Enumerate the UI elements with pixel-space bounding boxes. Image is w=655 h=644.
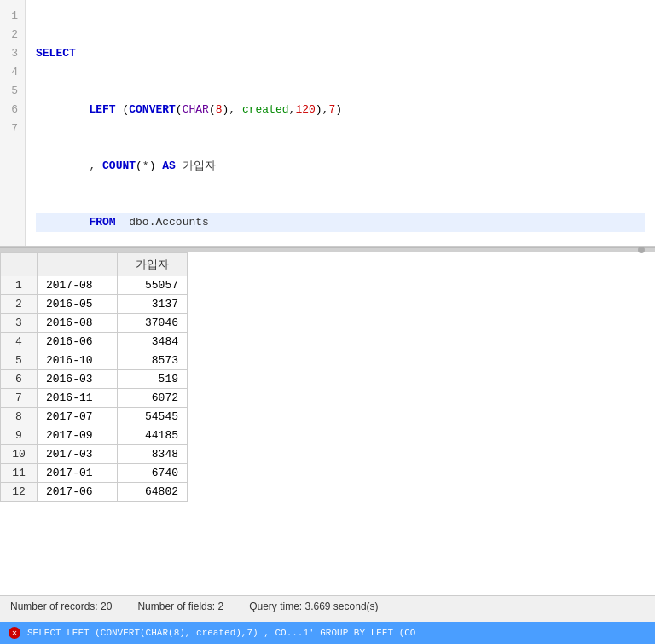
time-label: Query time: 3.669 second(s) xyxy=(249,600,378,612)
row-count: 54545 xyxy=(117,408,187,426)
row-index: 7 xyxy=(1,389,38,408)
row-count: 8573 xyxy=(117,351,187,370)
row-count: 3137 xyxy=(117,295,187,314)
row-count: 3484 xyxy=(117,333,187,351)
time-label-text: Query time: xyxy=(249,600,302,612)
table-row: 42016-063484 xyxy=(1,333,188,351)
table-row: 122017-0664802 xyxy=(1,483,188,502)
table-header-row: 가입자 xyxy=(1,253,188,276)
line-num-6: 6 xyxy=(0,101,25,119)
table-row: 12017-0855057 xyxy=(1,276,188,295)
line-num-1: 1 xyxy=(0,7,25,26)
row-count: 6740 xyxy=(117,464,187,483)
row-index: 3 xyxy=(1,314,38,333)
sql-editor[interactable]: 1 2 3 4 5 6 7 SELECT LEFT (CONVERT(CHAR(… xyxy=(0,0,655,247)
line-num-4: 4 xyxy=(0,63,25,82)
col-header-count: 가입자 xyxy=(117,253,187,276)
table-row: 92017-0944185 xyxy=(1,426,188,445)
col-header-index xyxy=(1,253,38,276)
table-row: 72016-116072 xyxy=(1,389,188,408)
row-date: 2017-07 xyxy=(37,408,117,426)
line-num-2: 2 xyxy=(0,26,25,44)
table-row: 52016-108573 xyxy=(1,351,188,370)
row-date: 2016-11 xyxy=(37,389,117,408)
code-line-4: FROM dbo.Accounts xyxy=(36,213,645,232)
table-row: 22016-053137 xyxy=(1,295,188,314)
table-row: 112017-016740 xyxy=(1,464,188,483)
code-line-2: LEFT (CONVERT(CHAR(8), created,120),7) xyxy=(36,101,645,119)
table-row: 62016-03519 xyxy=(1,370,188,389)
code-editor[interactable]: SELECT LEFT (CONVERT(CHAR(8), created,12… xyxy=(26,0,655,246)
results-panel[interactable]: 가입자 12017-085505722016-05313732016-08370… xyxy=(0,252,655,595)
row-index: 6 xyxy=(1,370,38,389)
row-count: 8348 xyxy=(117,445,187,464)
row-index: 12 xyxy=(1,483,38,502)
line-num-3: 3 xyxy=(0,44,25,63)
line-numbers: 1 2 3 4 5 6 7 xyxy=(0,0,26,246)
line-num-5: 5 xyxy=(0,82,25,101)
records-value: 20 xyxy=(101,600,112,612)
row-date: 2016-03 xyxy=(37,370,117,389)
table-row: 102017-038348 xyxy=(1,445,188,464)
row-index: 4 xyxy=(1,333,38,351)
row-count: 37046 xyxy=(117,314,187,333)
status-bar: Number of records: 20 Number of fields: … xyxy=(0,595,655,617)
row-index: 9 xyxy=(1,426,38,445)
row-index: 11 xyxy=(1,464,38,483)
row-count: 55057 xyxy=(117,276,187,295)
row-date: 2017-09 xyxy=(37,426,117,445)
row-date: 2017-03 xyxy=(37,445,117,464)
row-date: 2016-05 xyxy=(37,295,117,314)
row-index: 8 xyxy=(1,408,38,426)
results-table: 가입자 12017-085505722016-05313732016-08370… xyxy=(0,252,188,502)
fields-label-text: Number of fields: xyxy=(137,600,215,612)
code-line-1: SELECT xyxy=(36,44,645,63)
query-status-icon: ✕ xyxy=(9,627,20,639)
query-bar-text: SELECT LEFT (CONVERT(CHAR(8), created),7… xyxy=(27,628,415,638)
row-date: 2016-06 xyxy=(37,333,117,351)
table-row: 82017-0754545 xyxy=(1,408,188,426)
code-line-3: , COUNT(*) AS 가입자 xyxy=(36,157,645,176)
row-index: 2 xyxy=(1,295,38,314)
row-index: 5 xyxy=(1,351,38,370)
main-container: 1 2 3 4 5 6 7 SELECT LEFT (CONVERT(CHAR(… xyxy=(0,0,655,617)
panel-divider[interactable] xyxy=(0,247,655,252)
divider-handle xyxy=(638,247,645,253)
row-index: 1 xyxy=(1,276,38,295)
row-count: 6072 xyxy=(117,389,187,408)
line-num-7: 7 xyxy=(0,119,25,138)
table-row: 32016-0837046 xyxy=(1,314,188,333)
fields-value: 2 xyxy=(217,600,223,612)
row-index: 10 xyxy=(1,445,38,464)
row-count: 519 xyxy=(117,370,187,389)
row-count: 44185 xyxy=(117,426,187,445)
row-count: 64802 xyxy=(117,483,187,502)
row-date: 2017-06 xyxy=(37,483,117,502)
records-label-text: Number of records: xyxy=(10,600,98,612)
row-date: 2017-08 xyxy=(37,276,117,295)
query-bar: ✕ SELECT LEFT (CONVERT(CHAR(8), created)… xyxy=(0,622,655,644)
col-header-date xyxy=(37,253,117,276)
time-value: 3.669 second(s) xyxy=(305,600,379,612)
row-date: 2017-01 xyxy=(37,464,117,483)
fields-label: Number of fields: 2 xyxy=(137,600,223,612)
row-date: 2016-10 xyxy=(37,351,117,370)
records-label: Number of records: 20 xyxy=(10,600,112,612)
row-date: 2016-08 xyxy=(37,314,117,333)
